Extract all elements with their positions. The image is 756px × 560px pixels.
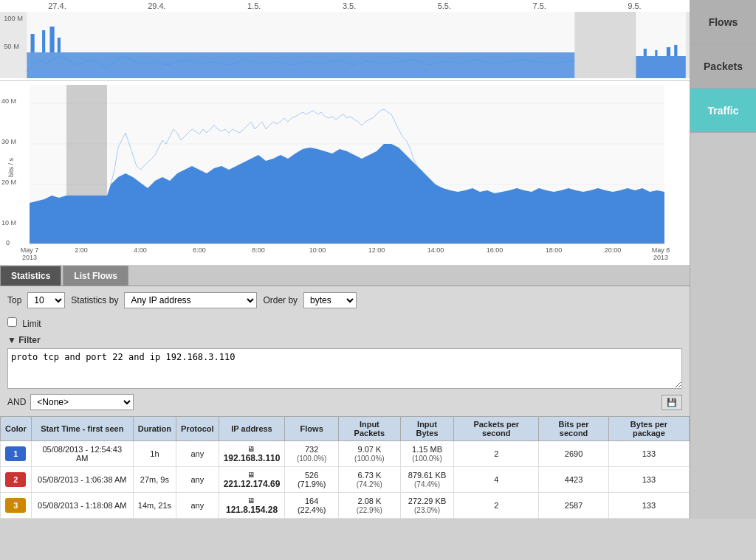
sidebar-flows-button[interactable]: Flows [690, 0, 756, 44]
cell-start-time: 05/08/2013 - 1:18:08 AM [31, 493, 133, 519]
tab-bar: Statistics List Flows [0, 266, 690, 286]
filter-save-button[interactable]: 💾 [662, 395, 682, 410]
filter-section: ▼ Filter proto tcp and port 22 and ip 19… [0, 332, 690, 416]
cell-start-time: 05/08/2013 - 1:06:38 AM [31, 467, 133, 493]
overview-label-5: 7.5. [533, 1, 546, 10]
cell-flows: 526 (71.9%) [285, 467, 339, 493]
stats-by-select[interactable]: Any IP addressSource IPDestination IP [124, 292, 257, 308]
main-chart-svg: 40 M 30 M 20 M 10 M 0 bits / s [0, 81, 672, 266]
cell-duration: 14m, 21s [133, 493, 176, 519]
main-chart: 40 M 30 M 20 M 10 M 0 bits / s [0, 81, 690, 266]
cell-color: 3 [1, 493, 32, 519]
col-duration: Duration [133, 417, 176, 441]
data-table: Color Start Time - first seen Duration P… [0, 416, 690, 519]
overview-label-2: 1.5. [247, 1, 261, 10]
filter-toggle[interactable]: ▼ Filter [7, 335, 682, 345]
ip-text: 192.168.3.110 [224, 453, 281, 463]
input-packets-value: 2.08 K [357, 497, 381, 505]
svg-rect-12 [667, 47, 670, 56]
svg-rect-10 [644, 49, 647, 56]
overview-x-axis: 27.4. 29.4. 1.5. 3.5. 5.5. 7.5. 9.5. [0, 0, 690, 12]
cell-bits-per-sec: 2690 [539, 441, 609, 467]
svg-text:May 7: May 7 [21, 246, 39, 254]
table-row: 305/08/2013 - 1:18:08 AM14m, 21sany🖥121.… [1, 493, 690, 519]
overview-label-1: 29.4. [148, 1, 165, 10]
filter-input[interactable]: proto tcp and port 22 and ip 192.168.3.1… [7, 348, 682, 389]
stats-by-label: Statistics by [71, 295, 118, 305]
cell-input-bytes: 1.15 MB(100.0%) [400, 441, 453, 467]
input-bytes-pct: (74.4%) [414, 480, 440, 488]
order-by-select[interactable]: bytespacketsflows [303, 292, 357, 308]
col-start-time: Start Time - first seen [31, 417, 133, 441]
filter-none-select[interactable]: <None> [30, 394, 134, 410]
svg-text:12:00: 12:00 [368, 246, 385, 254]
cell-color: 2 [1, 467, 32, 493]
ip-text: 121.8.154.28 [224, 505, 281, 515]
col-bytes-per-pkg: Bytes per package [608, 417, 689, 441]
sidebar-packets-button[interactable]: Packets [690, 44, 756, 89]
svg-text:2013: 2013 [22, 254, 37, 261]
col-ip-address: IP address [219, 417, 285, 441]
cell-duration: 27m, 9s [133, 467, 176, 493]
tab-list-flows[interactable]: List Flows [63, 266, 128, 286]
sidebar-traffic-button[interactable]: Traffic [690, 89, 756, 133]
svg-text:4:00: 4:00 [134, 246, 147, 254]
svg-text:30 M: 30 M [1, 138, 16, 145]
svg-text:20:00: 20:00 [605, 246, 622, 254]
svg-rect-11 [655, 50, 657, 56]
col-packets-per-sec: Packets per second [454, 417, 539, 441]
svg-rect-8 [58, 38, 61, 52]
svg-rect-3 [574, 12, 636, 78]
cell-start-time: 05/08/2013 - 12:54:43 AM [31, 441, 133, 467]
svg-text:2013: 2013 [653, 254, 668, 261]
input-packets-value: 9.07 K [357, 445, 381, 454]
svg-rect-13 [674, 45, 677, 56]
cell-protocol: any [176, 441, 219, 467]
input-packets-pct: (100.0%) [354, 454, 385, 463]
tab-statistics[interactable]: Statistics [0, 266, 61, 286]
overview-label-0: 27.4. [48, 1, 66, 10]
right-sidebar: Flows Packets Traffic [690, 0, 756, 519]
table-header-row: Color Start Time - first seen Duration P… [1, 417, 690, 441]
controls-row: Top 102050100 Statistics by Any IP addre… [0, 286, 690, 314]
cell-input-packets: 6.73 K(74.2%) [338, 467, 400, 493]
cell-flows: 732(100.0%) [285, 441, 339, 467]
flows-value: 732 [305, 445, 318, 454]
input-packets-pct: (74.2%) [357, 480, 382, 488]
cell-protocol: any [176, 493, 219, 519]
cell-bits-per-sec: 4423 [539, 467, 609, 493]
svg-text:50 M: 50 M [4, 43, 19, 50]
limit-checkbox[interactable] [7, 317, 17, 327]
input-bytes-pct: (23.0%) [414, 506, 440, 514]
svg-text:40 M: 40 M [1, 97, 16, 105]
overview-chart: 27.4. 29.4. 1.5. 3.5. 5.5. 7.5. 9.5. 100… [0, 0, 690, 81]
input-packets-pct: (22.9%) [357, 506, 382, 514]
col-bits-per-sec: Bits per second [539, 417, 609, 441]
cell-ip-address: 🖥192.168.3.110 [219, 441, 285, 467]
svg-rect-7 [49, 27, 54, 52]
table-body: 105/08/2013 - 12:54:43 AM1hany🖥192.168.3… [1, 441, 690, 519]
overview-bar-chart[interactable]: 100 M 50 M [0, 12, 690, 78]
top-select[interactable]: 102050100 [27, 292, 65, 308]
overview-label-3: 3.5. [343, 1, 356, 10]
cell-color: 1 [1, 441, 32, 467]
input-bytes-pct: (100.0%) [412, 454, 442, 463]
stats-panel: Statistics List Flows Top 102050100 Stat… [0, 266, 690, 519]
col-flows: Flows [285, 417, 339, 441]
overview-label-4: 5.5. [438, 1, 451, 10]
color-badge: 3 [5, 498, 26, 513]
cell-bytes-per-pkg: 133 [608, 493, 689, 519]
cell-duration: 1h [133, 441, 176, 467]
cell-input-packets: 9.07 K(100.0%) [338, 441, 400, 467]
order-by-label: Order by [263, 295, 298, 305]
svg-text:16:00: 16:00 [487, 246, 504, 254]
svg-rect-5 [31, 34, 35, 52]
top-label: Top [7, 295, 21, 305]
ip-text: 221.12.174.69 [224, 479, 281, 489]
svg-text:0: 0 [6, 239, 10, 246]
overview-svg: 100 M 50 M [0, 12, 690, 78]
svg-text:18:00: 18:00 [546, 246, 563, 254]
svg-text:6:00: 6:00 [193, 246, 206, 254]
svg-text:14:00: 14:00 [427, 246, 444, 254]
cell-input-packets: 2.08 K(22.9%) [338, 493, 400, 519]
